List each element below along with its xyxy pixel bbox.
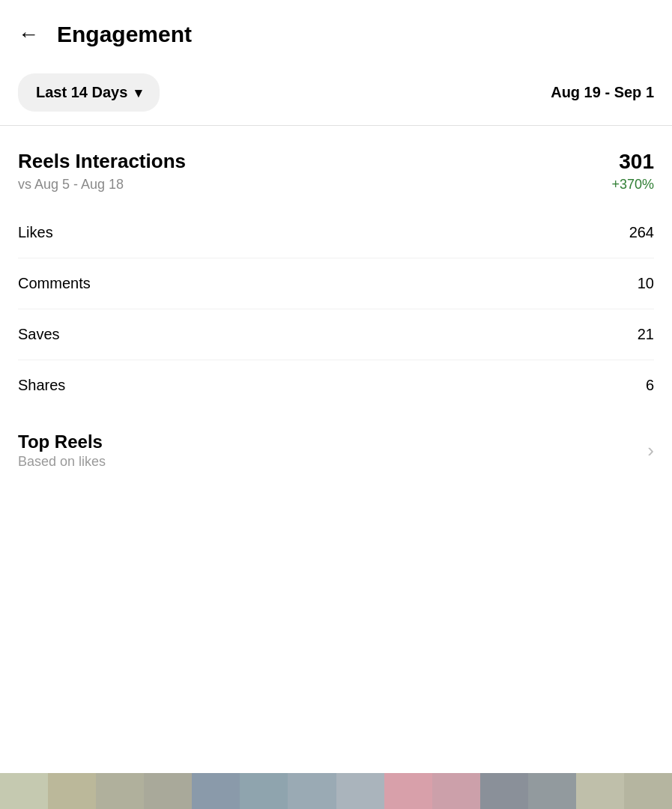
top-reels-section[interactable]: Top Reels Based on likes › xyxy=(0,410,672,470)
shares-value: 6 xyxy=(646,377,654,394)
stats-list: Likes 264 Comments 10 Saves 21 Shares 6 xyxy=(0,193,672,410)
reels-interactions-change: +370% xyxy=(611,177,654,193)
filter-row: Last 14 Days ▾ Aug 19 - Sep 1 xyxy=(0,63,672,125)
stat-row-saves: Saves 21 xyxy=(18,309,654,360)
reels-interactions-title: Reels Interactions xyxy=(18,150,186,173)
color-swatch-13 xyxy=(576,773,624,809)
color-swatch-14 xyxy=(624,773,672,809)
date-filter-button[interactable]: Last 14 Days ▾ xyxy=(18,73,160,112)
chevron-right-icon: › xyxy=(647,439,654,462)
page-wrapper: ← Engagement Last 14 Days ▾ Aug 19 - Sep… xyxy=(0,0,672,809)
color-swatch-5 xyxy=(192,773,240,809)
saves-value: 21 xyxy=(638,326,654,343)
comments-label: Comments xyxy=(18,275,91,292)
shares-label: Shares xyxy=(18,377,65,394)
reels-interactions-comparison: vs Aug 5 - Aug 18 xyxy=(18,177,124,193)
stat-row-likes: Likes 264 xyxy=(18,207,654,258)
color-swatch-12 xyxy=(528,773,576,809)
color-swatch-7 xyxy=(288,773,336,809)
color-swatch-9 xyxy=(384,773,432,809)
top-reels-subtitle: Based on likes xyxy=(18,454,106,470)
comments-value: 10 xyxy=(638,275,654,292)
back-button[interactable]: ← xyxy=(18,21,45,48)
likes-value: 264 xyxy=(629,224,654,241)
top-reels-title: Top Reels xyxy=(18,431,106,452)
color-swatch-8 xyxy=(336,773,384,809)
stat-row-comments: Comments 10 xyxy=(18,258,654,309)
color-swatch-4 xyxy=(144,773,192,809)
color-strip xyxy=(0,773,672,809)
top-reels-left: Top Reels Based on likes xyxy=(18,431,106,470)
stat-row-shares: Shares 6 xyxy=(18,360,654,410)
color-swatch-11 xyxy=(480,773,528,809)
back-arrow-icon: ← xyxy=(18,22,39,46)
filter-period-label: Last 14 Days xyxy=(36,84,127,101)
color-swatch-3 xyxy=(96,773,144,809)
saves-label: Saves xyxy=(18,326,60,343)
page-title: Engagement xyxy=(57,22,192,47)
color-swatch-6 xyxy=(240,773,288,809)
date-range-label: Aug 19 - Sep 1 xyxy=(551,84,654,101)
color-swatch-2 xyxy=(48,773,96,809)
color-swatch-1 xyxy=(0,773,48,809)
likes-label: Likes xyxy=(18,224,53,241)
color-swatch-10 xyxy=(432,773,480,809)
reels-interactions-section: Reels Interactions 301 vs Aug 5 - Aug 18… xyxy=(0,126,672,193)
chevron-down-icon: ▾ xyxy=(135,85,142,101)
header: ← Engagement xyxy=(0,0,672,63)
reels-interactions-total: 301 xyxy=(619,150,654,174)
